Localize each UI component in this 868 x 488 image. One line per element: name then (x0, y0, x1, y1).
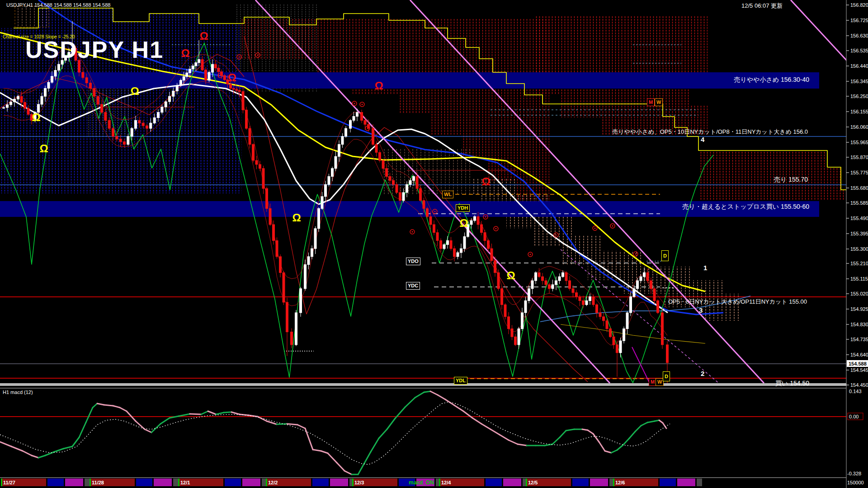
macd-line-segment (552, 437, 560, 444)
weekly-low-label: WL (442, 191, 453, 198)
price-tick-label: 155.680 (850, 185, 868, 191)
macd-line-segment (145, 429, 151, 432)
monthly-toggle-button-top[interactable]: M (647, 99, 655, 106)
session-segment (523, 479, 526, 486)
day-start-tick (1, 479, 2, 486)
candle-down (616, 345, 618, 353)
candle-down (116, 136, 118, 139)
daily-toggle-button-mid[interactable]: D (661, 250, 669, 261)
daily-toggle-button-bottom[interactable]: D (663, 371, 670, 381)
session-segment (330, 479, 348, 486)
candle-down (436, 233, 439, 241)
candle-down (392, 180, 395, 184)
candle-up (558, 277, 561, 281)
day-start-tick (90, 479, 91, 486)
macd-line-segment (387, 418, 395, 429)
price-tick-label: 154.545 (850, 367, 868, 373)
macd-line-segment (481, 424, 491, 429)
candle-down (504, 305, 506, 317)
macd-toggle-button[interactable]: macd_ON (409, 479, 434, 486)
session-segment (262, 479, 266, 486)
macd-line-segment (201, 411, 208, 414)
candle-up (535, 272, 537, 281)
time-axis[interactable]: 11/2711/2812/112/212/312/412/512/6 (1, 479, 702, 486)
ichimoku-box (15, 6, 49, 27)
price-tick-label: 156.440 (850, 63, 868, 69)
candle-down (661, 313, 664, 345)
candle-up (47, 82, 50, 88)
price-tick-label: 155.870 (850, 155, 868, 160)
candle-up (623, 328, 625, 341)
candle-up (307, 257, 310, 265)
session-segment (225, 479, 241, 486)
macd-line-segment (599, 442, 605, 451)
alert-target-dot (495, 228, 497, 230)
annotation-op-156: 売りやや小さめ、OP5・10日NYカット/OP8・11日NYカット大きめ 156… (497, 128, 808, 136)
candle-down (146, 126, 148, 128)
date-label: 12/6 (615, 480, 625, 485)
macd-line-segment (127, 411, 136, 421)
day-start-tick (526, 479, 527, 486)
macd-line-segment (582, 429, 588, 430)
candle-down (477, 216, 479, 225)
candle-up (463, 237, 466, 249)
candle-down (545, 281, 547, 285)
candle-up (528, 289, 530, 301)
alert-target-dot (412, 231, 413, 233)
candle-up (195, 63, 197, 66)
candle-up (321, 197, 323, 209)
macd-line-segment (588, 430, 593, 434)
candle-down (283, 272, 285, 302)
date-label: 11/27 (3, 480, 15, 485)
macd-line-segment (313, 450, 321, 451)
price-tick-label: 156.535 (850, 48, 868, 53)
price-tick-label: 156.250 (850, 94, 868, 99)
macd-pane[interactable] (0, 391, 846, 474)
price-tick-label: 154.640 (850, 352, 868, 357)
candle-up (356, 113, 359, 117)
candle-down (201, 60, 203, 70)
window-title: USDJPY,H1 154.588 154.588 154.588 154.58… (6, 2, 110, 8)
candle-down (603, 317, 605, 321)
price-tick-label: 156.155 (850, 109, 868, 114)
macd-line-segment (305, 428, 313, 450)
omega-signal-icon-yellow: Ω (459, 217, 468, 229)
macd-scale[interactable]: 0.1430.00-0.328150000 (847, 389, 864, 485)
candle-down (650, 281, 652, 289)
macd-line-segment (72, 437, 79, 446)
macd-scale-top: 0.143 (849, 389, 862, 394)
candle-down (606, 321, 608, 329)
candle-down (576, 293, 578, 297)
candle-up (176, 86, 178, 91)
weekly-toggle-button-top[interactable]: W (655, 99, 663, 106)
alert-target-dot (612, 225, 613, 227)
macd-line-segment (287, 424, 297, 425)
candle-up (524, 300, 527, 313)
session-segment (590, 479, 608, 486)
macd-line-segment (344, 471, 352, 474)
macd-line-segment (32, 455, 38, 458)
candle-up (409, 180, 411, 184)
macd-line-segment (160, 418, 170, 424)
session-segment (677, 479, 695, 486)
candle-down (239, 90, 241, 91)
candle-up (328, 177, 330, 185)
macd-line-segment (463, 411, 472, 418)
salmon-dot-zone-c (382, 149, 470, 194)
price-chart-canvas[interactable]: ΩΩΩΩΩΩΩΩΩΩΩ 156.820156.725156.630156.535… (0, 0, 868, 488)
price-axis[interactable]: 156.820156.725156.630156.535156.440156.3… (846, 2, 868, 388)
session-segment (436, 479, 439, 486)
candle-down (255, 160, 258, 164)
darkyellow-thin (561, 324, 705, 343)
candle-up (54, 70, 57, 76)
alert-target-dot (530, 254, 531, 255)
macd-indicator-label: H1 macd (12) (3, 389, 33, 395)
candle-down (279, 257, 282, 272)
candle-up (212, 64, 214, 72)
candle-up (341, 136, 344, 145)
macd-line-segment (63, 446, 72, 449)
candle-up (150, 123, 152, 128)
session-segment (660, 479, 676, 486)
macd-line-segment (438, 395, 445, 399)
candle-up (619, 341, 622, 353)
